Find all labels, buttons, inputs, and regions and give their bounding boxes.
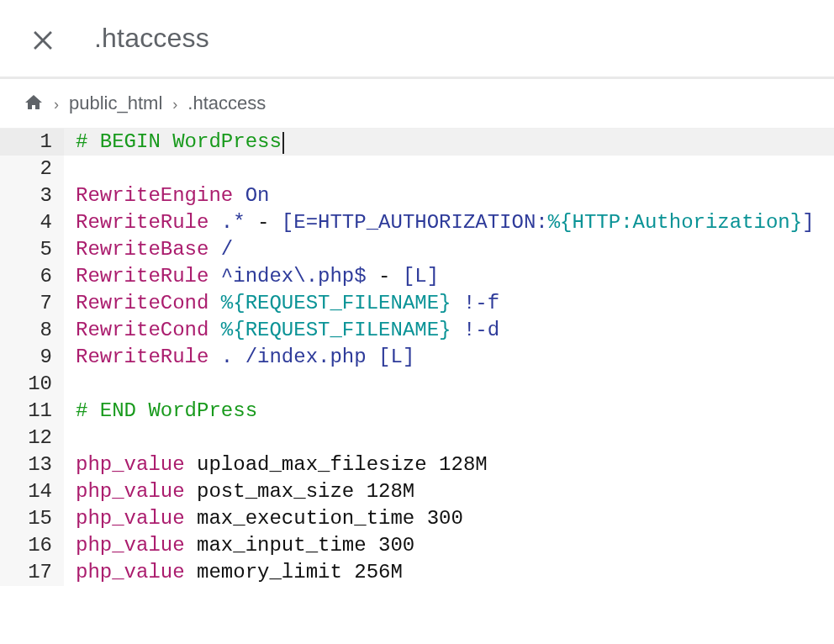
code-token: %{REQUEST_FILENAME}	[221, 319, 451, 341]
line-number: 4	[0, 209, 64, 236]
chevron-right-icon: ›	[54, 96, 59, 113]
code-line[interactable]: 9RewriteRule . /index.php [L]	[0, 344, 834, 371]
code-token	[208, 319, 220, 341]
code-line[interactable]: 11# END WordPress	[0, 398, 834, 425]
code-token	[208, 292, 220, 314]
code-token: ]	[802, 211, 814, 234]
line-number: 15	[0, 505, 64, 532]
code-content[interactable]: php_value max_execution_time 300	[64, 505, 834, 532]
code-editor[interactable]: 1# BEGIN WordPress23RewriteEngine On4Rew…	[0, 129, 834, 586]
code-line[interactable]: 4RewriteRule .* - [E=HTTP_AUTHORIZATION:…	[0, 209, 834, 236]
code-token: memory_limit 256M	[185, 561, 403, 583]
line-number: 16	[0, 532, 64, 559]
code-token: On	[233, 184, 269, 207]
code-content[interactable]: RewriteRule . /index.php [L]	[64, 344, 834, 371]
code-content[interactable]: php_value post_max_size 128M	[64, 478, 834, 505]
breadcrumb: › public_html › .htaccess	[0, 79, 834, 129]
line-number: 8	[0, 317, 64, 344]
code-token: # END WordPress	[76, 399, 257, 422]
code-line[interactable]: 13php_value upload_max_filesize 128M	[0, 451, 834, 478]
code-token: RewriteCond	[76, 292, 208, 314]
code-token: .*	[208, 211, 257, 234]
code-token: post_max_size 128M	[185, 480, 415, 503]
code-token: # BEGIN WordPress	[76, 130, 282, 153]
code-content[interactable]: RewriteRule .* - [E=HTTP_AUTHORIZATION:%…	[64, 209, 834, 236]
code-token: /	[208, 238, 233, 261]
code-token: RewriteEngine	[76, 184, 233, 207]
code-line[interactable]: 12	[0, 425, 834, 451]
code-token: RewriteRule	[76, 346, 208, 368]
line-number: 1	[0, 129, 64, 156]
code-line[interactable]: 16php_value max_input_time 300	[0, 532, 834, 559]
code-token: ^index\.php$	[208, 265, 378, 288]
code-token: RewriteCond	[76, 319, 208, 341]
breadcrumb-item[interactable]: .htaccess	[187, 92, 266, 114]
code-token: [E=HTTP_AUTHORIZATION:	[282, 211, 548, 234]
code-token: max_execution_time 300	[185, 507, 463, 530]
code-content[interactable]: php_value upload_max_filesize 128M	[64, 451, 834, 478]
code-line[interactable]: 7RewriteCond %{REQUEST_FILENAME} !-f	[0, 290, 834, 317]
code-content[interactable]: RewriteEngine On	[64, 182, 834, 209]
line-number: 5	[0, 236, 64, 263]
code-token: RewriteBase	[76, 238, 208, 261]
code-line[interactable]: 5RewriteBase /	[0, 236, 834, 263]
code-token: php_value	[76, 534, 185, 557]
code-token: upload_max_filesize 128M	[185, 453, 488, 476]
line-number: 11	[0, 398, 64, 425]
code-token: %{REQUEST_FILENAME}	[221, 292, 451, 314]
code-content[interactable]: RewriteRule ^index\.php$ - [L]	[64, 263, 834, 290]
line-number: 10	[0, 371, 64, 398]
breadcrumb-item[interactable]: public_html	[69, 92, 162, 114]
code-token: %{HTTP:Authorization}	[548, 211, 802, 234]
line-number: 9	[0, 344, 64, 371]
code-token: -	[257, 211, 282, 234]
line-number: 12	[0, 425, 64, 451]
line-number: 6	[0, 263, 64, 290]
code-token: max_input_time 300	[185, 534, 415, 557]
code-content[interactable]: RewriteCond %{REQUEST_FILENAME} !-d	[64, 317, 834, 344]
chevron-right-icon: ›	[172, 96, 177, 113]
code-token: RewriteRule	[76, 211, 208, 234]
code-content[interactable]: # BEGIN WordPress	[64, 129, 834, 156]
code-content[interactable]: RewriteBase /	[64, 236, 834, 263]
code-line[interactable]: 17php_value memory_limit 256M	[0, 559, 834, 586]
filename-title: .htaccess	[94, 23, 209, 54]
line-number: 17	[0, 559, 64, 586]
code-line[interactable]: 10	[0, 371, 834, 398]
line-number: 2	[0, 156, 64, 182]
line-number: 13	[0, 451, 64, 478]
code-line[interactable]: 15php_value max_execution_time 300	[0, 505, 834, 532]
line-number: 14	[0, 478, 64, 505]
code-token: php_value	[76, 480, 185, 503]
code-token: !-d	[451, 319, 500, 341]
code-content[interactable]: # END WordPress	[64, 398, 834, 425]
code-line[interactable]: 14php_value post_max_size 128M	[0, 478, 834, 505]
code-line[interactable]: 2	[0, 156, 834, 182]
code-token: RewriteRule	[76, 265, 208, 288]
code-token: -	[378, 265, 403, 288]
code-token: !-f	[451, 292, 500, 314]
code-content[interactable]: php_value memory_limit 256M	[64, 559, 834, 586]
code-line[interactable]: 3RewriteEngine On	[0, 182, 834, 209]
close-icon[interactable]	[29, 24, 57, 53]
code-token: php_value	[76, 453, 185, 476]
code-token: . /index.php [L]	[208, 346, 414, 368]
code-token: php_value	[76, 507, 185, 530]
line-number: 7	[0, 290, 64, 317]
editor-header: .htaccess	[0, 0, 834, 79]
code-line[interactable]: 8RewriteCond %{REQUEST_FILENAME} !-d	[0, 317, 834, 344]
text-cursor	[282, 132, 284, 154]
home-icon[interactable]	[24, 93, 44, 113]
code-content[interactable]: php_value max_input_time 300	[64, 532, 834, 559]
code-token: php_value	[76, 561, 185, 583]
code-content[interactable]: RewriteCond %{REQUEST_FILENAME} !-f	[64, 290, 834, 317]
line-number: 3	[0, 182, 64, 209]
code-line[interactable]: 6RewriteRule ^index\.php$ - [L]	[0, 263, 834, 290]
code-token: [L]	[403, 265, 439, 288]
code-line[interactable]: 1# BEGIN WordPress	[0, 129, 834, 156]
